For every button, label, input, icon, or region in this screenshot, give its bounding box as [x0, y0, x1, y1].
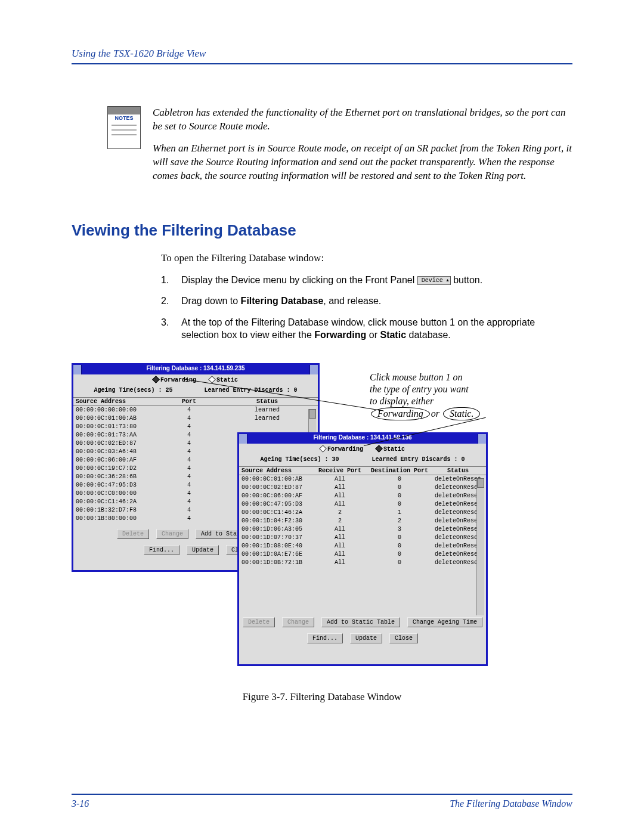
col-status: Status [432, 467, 484, 474]
step-2: Drag down to Filtering Database, and rel… [181, 295, 381, 308]
col-source-address: Source Address [242, 467, 313, 474]
ageing-time-label: Ageing Time(secs) : 30 [260, 456, 339, 463]
figure-caption: Figure 3-7. Filtering Database Window [72, 691, 572, 703]
table-row[interactable]: 00:00:0C:06:00:AFAll0deleteOnReset [242, 492, 484, 500]
table-row[interactable]: 00:00:0C:02:ED:87All0deleteOnReset [242, 484, 484, 492]
note-paragraph-1: Cabletron has extended the functionality… [153, 106, 572, 134]
discards-label: Learned Entry Discards : 0 [371, 456, 465, 463]
table-row[interactable]: 00:00:0C:47:95:D3All0deleteOnReset [242, 500, 484, 509]
oval-static: Static. [443, 407, 480, 420]
table-row[interactable]: 00:00:1D:08:0E:40All0deleteOnReset [242, 542, 484, 550]
col-receive-port: Receive Port [313, 467, 367, 474]
section-heading: Viewing the Filtering Database [72, 221, 572, 240]
table-row[interactable]: 00:00:0C:01:00:AB4learned [76, 414, 315, 423]
window-resize-icon[interactable] [478, 434, 486, 444]
window-menu-icon[interactable] [73, 365, 82, 374]
table-row[interactable]: 00:00:0C:C1:46:2A21deleteOnReset [242, 509, 484, 517]
col-status: Status [219, 398, 315, 405]
change-button[interactable]: Change [156, 529, 188, 539]
delete-button[interactable]: Delete [243, 617, 275, 627]
step-1: Display the Device menu by clicking on t… [181, 274, 482, 287]
discards-label: Learned Entry Discards : 0 [204, 387, 297, 394]
step-3-num: 3. [161, 316, 173, 342]
running-header: Using the TSX-1620 Bridge View [72, 48, 572, 64]
callout-instruction: Click mouse button 1 on the type of entr… [370, 371, 525, 420]
scrollbar[interactable] [476, 478, 484, 615]
update-button[interactable]: Update [350, 633, 382, 643]
static-table-body[interactable]: 00:00:0C:01:00:ABAll0deleteOnReset00:00:… [239, 475, 486, 612]
radio-static[interactable]: Static [205, 377, 243, 383]
col-destination-port: Destination Port [367, 467, 432, 474]
figure-3-7: Filtering Database : 134.141.59.235 Forw… [72, 363, 572, 685]
radio-static[interactable]: Static [371, 446, 410, 453]
table-row[interactable]: 00:00:1D:0B:72:1BAll0deleteOnReset [242, 559, 484, 567]
col-source-address: Source Address [76, 398, 159, 405]
col-port: Port [159, 398, 219, 405]
filtering-db-static-window: Filtering Database : 134.141.59.136 Forw… [237, 432, 488, 666]
window-titlebar[interactable]: Filtering Database : 134.141.59.136 [239, 434, 486, 444]
notes-label: NOTES [108, 115, 140, 121]
device-menu-button[interactable]: Device [417, 276, 451, 285]
footer-section: The Filtering Database Window [450, 798, 572, 809]
find-button[interactable]: Find... [144, 545, 179, 555]
window-titlebar[interactable]: Filtering Database : 134.141.59.235 [73, 365, 318, 374]
table-row[interactable]: 00:00:00:00:00:004learned [76, 406, 315, 414]
table-row[interactable]: 00:00:1D:06:A3:05All3deleteOnReset [242, 525, 484, 534]
window-resize-icon[interactable] [309, 365, 318, 374]
table-row[interactable]: 00:00:1D:0A:E7:6EAll0deleteOnReset [242, 550, 484, 559]
step-2-num: 2. [161, 295, 173, 308]
find-button[interactable]: Find... [307, 633, 343, 643]
table-row[interactable]: 00:00:0C:01:73:804 [76, 423, 315, 431]
table-row[interactable]: 00:00:1D:04:F2:3022deleteOnReset [242, 517, 484, 525]
radio-forwarding[interactable]: Forwarding [315, 446, 368, 453]
step-3: At the top of the Filtering Database win… [181, 316, 572, 342]
update-button[interactable]: Update [187, 545, 219, 555]
ageing-time-label: Ageing Time(secs) : 25 [94, 387, 172, 394]
page-number: 3-16 [72, 798, 89, 809]
notes-block: NOTES Cabletron has extended the functio… [72, 106, 572, 191]
table-row[interactable]: 00:00:1D:07:70:37All0deleteOnReset [242, 534, 484, 542]
change-ageing-time-button[interactable]: Change Ageing Time [407, 617, 482, 627]
close-button[interactable]: Close [389, 633, 418, 643]
note-paragraph-2: When an Ethernet port is in Source Route… [153, 142, 572, 183]
oval-forwarding: Forwarding [371, 407, 430, 420]
delete-button[interactable]: Delete [117, 529, 149, 539]
table-row[interactable]: 00:00:0C:01:00:ABAll0deleteOnReset [242, 475, 484, 484]
intro-text: To open the Filtering Database window: [161, 252, 572, 265]
window-menu-icon[interactable] [239, 434, 247, 444]
step-1-num: 1. [161, 274, 173, 287]
notepad-icon: NOTES [107, 106, 141, 149]
add-to-static-button[interactable]: Add to Static Table [321, 617, 400, 627]
change-button[interactable]: Change [282, 617, 314, 627]
